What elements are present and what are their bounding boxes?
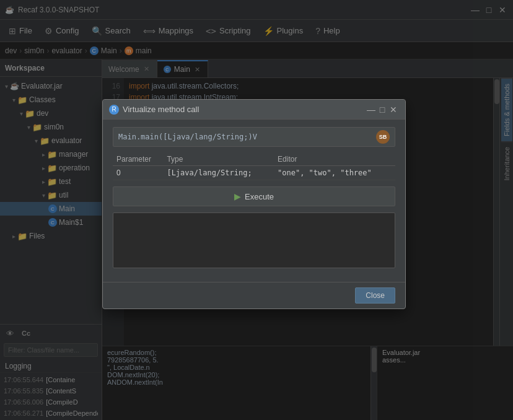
- modal-maximize-button[interactable]: □: [377, 104, 388, 115]
- user-avatar: SB: [376, 130, 390, 144]
- param-row-0: 0 [Ljava/lang/String; "one", "two", "thr…: [113, 166, 395, 180]
- param-type: [Ljava/lang/String;: [163, 166, 274, 180]
- modal-minimize-button[interactable]: —: [366, 104, 377, 115]
- modal-title: Virtualize method call: [123, 105, 366, 114]
- execute-button[interactable]: ▶ Execute: [113, 186, 395, 206]
- modal-close-button[interactable]: Close: [355, 287, 395, 304]
- parameter-table: Parameter Type Editor 0 [Ljava/lang/Stri…: [113, 153, 395, 180]
- method-signature-row: Main.main([Ljava/lang/String;)V SB: [113, 127, 395, 147]
- play-icon: ▶: [234, 191, 241, 201]
- col-editor: Editor: [274, 153, 395, 166]
- param-editor[interactable]: "one", "two", "three": [274, 166, 395, 180]
- virtualize-modal: R Virtualize method call — □ ✕ Main.main…: [102, 99, 406, 309]
- method-signature: Main.main([Ljava/lang/String;)V: [118, 133, 376, 141]
- modal-icon: R: [109, 105, 119, 115]
- modal-overlay: R Virtualize method call — □ ✕ Main.main…: [0, 0, 513, 420]
- modal-footer: Close: [103, 282, 405, 308]
- param-index: 0: [113, 166, 163, 180]
- modal-body: Main.main([Ljava/lang/String;)V SB Param…: [103, 120, 405, 282]
- col-type: Type: [163, 153, 274, 166]
- col-parameter: Parameter: [113, 153, 163, 166]
- modal-close-x-button[interactable]: ✕: [388, 104, 399, 115]
- output-area: [113, 212, 395, 268]
- modal-title-bar: R Virtualize method call — □ ✕: [103, 100, 405, 120]
